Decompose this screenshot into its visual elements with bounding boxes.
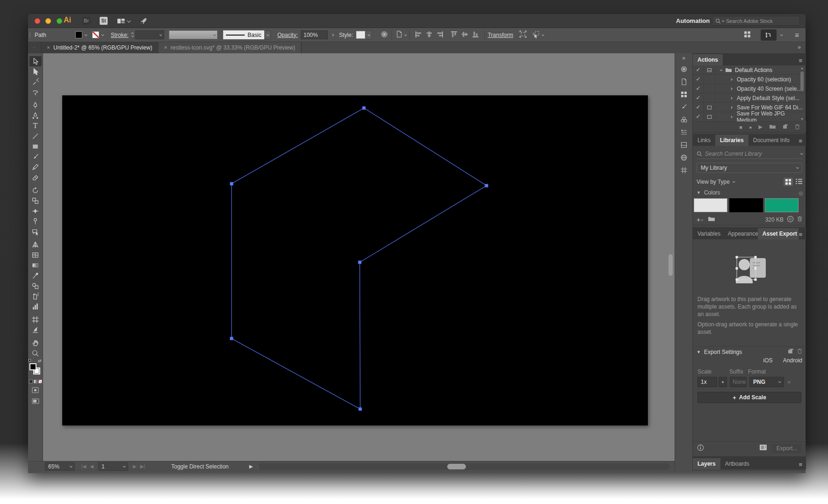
align-top-icon[interactable] xyxy=(450,30,458,40)
action-row-0[interactable]: ✓Default Actions xyxy=(693,65,806,75)
align-left-icon[interactable] xyxy=(414,30,422,40)
grid-view-button[interactable] xyxy=(784,178,793,186)
type-tool[interactable]: T xyxy=(29,121,42,131)
tab-links[interactable]: Links xyxy=(693,135,715,146)
drawing-mode-icon[interactable] xyxy=(32,387,39,395)
list-view-button[interactable] xyxy=(796,179,802,186)
blend-tool[interactable] xyxy=(29,281,42,291)
add-folder-icon[interactable] xyxy=(708,216,715,223)
select-similar-icon[interactable] xyxy=(532,30,540,40)
library-color-swatch-1[interactable] xyxy=(729,198,763,212)
workspace-switcher[interactable]: Automation xyxy=(676,17,710,24)
add-asset-chevron-icon[interactable] xyxy=(701,218,704,221)
action-toggle-check[interactable]: ✓ xyxy=(693,75,704,84)
tab-artboards[interactable]: Artboards xyxy=(720,458,754,469)
stop-recording-icon[interactable]: ■ xyxy=(739,124,742,130)
action-disclosure-icon[interactable] xyxy=(730,115,733,118)
action-row-3[interactable]: ✓Apply Default Style (sel... xyxy=(693,94,806,103)
anchor-point[interactable] xyxy=(485,184,488,187)
document-setup-chevron-icon[interactable] xyxy=(404,33,407,36)
canvas-pasteboard[interactable] xyxy=(43,53,675,461)
controlbar-menu-icon[interactable]: ≡ xyxy=(795,31,799,39)
action-disclosure-icon[interactable] xyxy=(730,87,733,90)
controlbar-grip[interactable] xyxy=(28,33,32,37)
action-row-5[interactable]: ✓Save For Web JPG Medium xyxy=(693,112,806,122)
action-toggle-check[interactable]: ✓ xyxy=(693,112,704,121)
document-tab-1[interactable]: ×restless-icon.svg* @ 33.33% (RGB/GPU Pr… xyxy=(159,42,301,53)
action-toggle-check[interactable]: ✓ xyxy=(693,65,704,74)
magic-wand-tool[interactable] xyxy=(29,77,42,87)
fill-chevron-icon[interactable] xyxy=(85,33,87,36)
align-middle-icon[interactable] xyxy=(461,30,469,40)
lasso-tool[interactable] xyxy=(29,87,42,97)
tab-layers[interactable]: Layers xyxy=(693,458,720,469)
delete-action-trash-icon[interactable] xyxy=(795,124,800,130)
swatches-panel-button[interactable] xyxy=(675,88,693,101)
android-link[interactable]: Android xyxy=(783,357,802,364)
none-mode-button[interactable] xyxy=(38,380,42,383)
info-icon[interactable] xyxy=(697,444,704,453)
width-profile-select[interactable] xyxy=(169,30,218,39)
library-search-input[interactable]: Search Current Library xyxy=(697,149,802,159)
zoom-tool[interactable] xyxy=(29,348,42,358)
stroke-weight-select[interactable] xyxy=(135,30,164,39)
action-dialog-toggle[interactable] xyxy=(704,84,715,93)
appearance-panel-button[interactable] xyxy=(675,126,693,138)
tab-asset-export[interactable]: Asset Export xyxy=(758,228,799,239)
default-fill-stroke-icon[interactable] xyxy=(29,359,31,361)
tab-document-info[interactable]: Document Info xyxy=(748,135,794,146)
line-segment-tool[interactable] xyxy=(29,131,42,141)
gradient-tool[interactable] xyxy=(29,260,42,270)
actions-scrollbar-thumb[interactable] xyxy=(800,72,804,91)
stroke-panel-link[interactable]: Stroke: xyxy=(111,32,129,38)
canvas-horizontal-scrollbar[interactable] xyxy=(258,463,670,470)
graphic-styles-panel-button[interactable] xyxy=(675,138,693,151)
stock-badge[interactable]: St xyxy=(100,17,108,25)
width-tool[interactable] xyxy=(29,206,42,216)
action-dialog-toggle[interactable] xyxy=(704,94,715,102)
pen-tool[interactable] xyxy=(29,100,42,110)
colors-disclosure-icon[interactable]: ▼ xyxy=(697,190,701,195)
color-guide-panel-button[interactable] xyxy=(675,63,693,75)
brush-definition-select[interactable]: Basic xyxy=(223,30,264,39)
mesh-tool[interactable] xyxy=(29,250,42,260)
tab-appearance[interactable]: Appearance xyxy=(723,228,758,239)
action-dialog-toggle[interactable] xyxy=(704,65,715,74)
brushes-panel-button[interactable] xyxy=(675,101,693,113)
scale-input[interactable]: 1x xyxy=(697,377,717,387)
anchor-point[interactable] xyxy=(230,182,233,186)
align-right-icon[interactable] xyxy=(436,30,444,40)
suffix-input[interactable]: None xyxy=(730,377,747,387)
colors-section-header[interactable]: ▼ Colors xyxy=(697,189,720,196)
anchor-point[interactable] xyxy=(230,337,233,340)
zoom-level-select[interactable]: 65% xyxy=(45,462,75,471)
artboards-panel-button[interactable] xyxy=(675,164,693,176)
action-dialog-toggle[interactable] xyxy=(704,103,715,112)
share-rocket-icon[interactable] xyxy=(139,17,148,27)
anchor-point[interactable] xyxy=(363,107,366,110)
paintbrush-tool[interactable] xyxy=(29,151,42,162)
stroke-weight-stepper[interactable] xyxy=(131,33,133,37)
anchor-point[interactable] xyxy=(358,261,362,264)
brush-chevron-button[interactable] xyxy=(264,30,271,39)
format-select[interactable]: PNG xyxy=(749,377,784,387)
canvas-horizontal-scrollbar-thumb[interactable] xyxy=(447,464,466,469)
last-artboard-button[interactable]: ▶| xyxy=(140,464,145,469)
cc-sync-icon[interactable] xyxy=(787,216,794,224)
column-graph-tool[interactable] xyxy=(29,301,42,311)
library-trash-icon[interactable] xyxy=(797,216,802,223)
puppet-warp-tool[interactable] xyxy=(29,216,42,226)
free-transform-icon[interactable] xyxy=(519,30,527,40)
eraser-tool[interactable] xyxy=(29,172,42,182)
export-settings-header[interactable]: ▼ Export Settings xyxy=(693,346,806,357)
actions-menu-icon[interactable]: ≡ xyxy=(799,57,802,64)
set-disclosure-icon[interactable] xyxy=(720,68,723,71)
tab-libraries[interactable]: Libraries xyxy=(715,135,748,146)
tab-actions[interactable]: Actions xyxy=(693,54,723,65)
duplicate-scale-icon[interactable] xyxy=(788,348,794,355)
recolor-artwork-icon[interactable] xyxy=(380,30,388,40)
direct-selection-tool[interactable] xyxy=(29,66,42,77)
align-bottom-icon[interactable] xyxy=(472,30,479,40)
expand-panels-icon[interactable]: » xyxy=(675,53,693,63)
fill-indicator-swatch[interactable] xyxy=(29,363,36,370)
